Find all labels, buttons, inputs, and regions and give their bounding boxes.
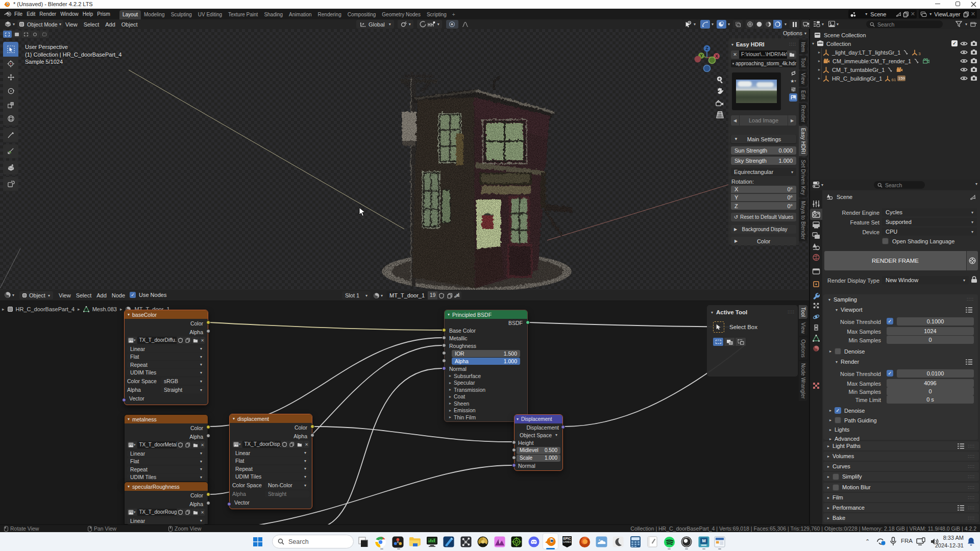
svg-text:EPIC: EPIC: [563, 537, 571, 540]
svg-text:GAMES: GAMES: [563, 541, 571, 543]
svg-text:X: X: [715, 54, 718, 59]
svg-text:Z: Z: [705, 46, 708, 51]
svg-text:M: M: [702, 538, 705, 543]
